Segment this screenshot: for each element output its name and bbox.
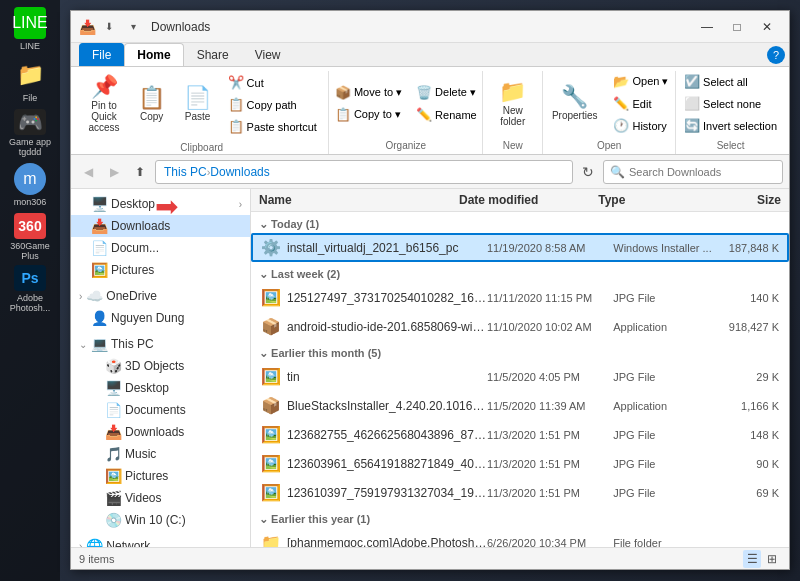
taskbar-icon-adobe[interactable]: Ps AdobePhotosh... [6,265,54,313]
refresh-button[interactable]: ↻ [577,161,599,183]
col-header-size[interactable]: Size [711,193,781,207]
content-area: 🖥️ Desktop › 📥 Downloads 📄 Docum... 🖼️ P… [71,189,789,547]
taskbar-icon-360game[interactable]: 360 360GamePlus [6,213,54,261]
move-to-button[interactable]: 📦 Move to ▾ [330,82,407,103]
virtualdj-type: Windows Installer ... [613,242,716,254]
tab-share[interactable]: Share [184,43,242,66]
select-none-button[interactable]: ⬜ Select none [679,93,782,114]
copy-button[interactable]: 📋 Copy [131,82,173,127]
sidebar-item-network[interactable]: › 🌐 Network [71,535,250,547]
taskbar-icon-mon306[interactable]: m mon306 [6,161,54,209]
paste-button[interactable]: 📄 Paste [177,82,219,127]
file-item-img1[interactable]: 🖼️ 125127497_373170254010282_1649154498.… [251,283,789,312]
group-earlier-month-expand[interactable]: ⌄ [259,347,271,359]
taskbar-icon-game[interactable]: 🎮 Game apptgddd [6,109,54,157]
select-all-icon: ☑️ [684,74,700,89]
breadcrumb-downloads[interactable]: Downloads [210,165,269,179]
col-header-type[interactable]: Type [598,193,711,207]
photoshop-type: File folder [613,537,716,548]
group-earlier-year-expand[interactable]: ⌄ [259,513,271,525]
sidebar-item-win10c[interactable]: 💿 Win 10 (C:) [71,509,250,531]
sidebar-item-downloads2[interactable]: 📥 Downloads [71,421,250,443]
delete-button[interactable]: 🗑️ Delete ▾ [411,82,482,103]
sidebar-item-pictures2[interactable]: 🖼️ Pictures [71,465,250,487]
close-button[interactable]: ✕ [753,17,781,37]
search-box[interactable]: 🔍 [603,160,783,184]
address-path[interactable]: This PC › Downloads [155,160,573,184]
photoshop-icon: 📁 [261,533,281,547]
red-arrow: ➡ [155,190,178,223]
history-button[interactable]: 🕐 History [608,115,673,136]
quick-access-btn[interactable]: ⬇ [99,17,119,37]
sidebar-item-onedrive[interactable]: › ☁️ OneDrive [71,285,250,307]
large-icons-view-button[interactable]: ⊞ [763,550,781,568]
bluestacks-type: Application [613,400,716,412]
copy-to-button[interactable]: 📋 Copy to ▾ [330,104,407,125]
tab-file[interactable]: File [79,43,124,66]
up-button[interactable]: ⬆ [129,161,151,183]
file-item-tin[interactable]: 🖼️ tin 11/5/2020 4:05 PM JPG File 29 K [251,362,789,391]
group-last-week-expand[interactable]: ⌄ [259,268,271,280]
sidebar-item-videos[interactable]: 🎬 Videos [71,487,250,509]
taskbar-icon-file[interactable]: 📁 File [6,57,54,105]
sidebar-item-documents2[interactable]: 📄 Documents [71,399,250,421]
back-button[interactable]: ◀ [77,161,99,183]
taskbar-icon-line[interactable]: LINE LINE [6,5,54,53]
file-item-photoshop[interactable]: 📁 [phanmemgoc.com]Adobe.Photoshop.2... 6… [251,528,789,547]
forward-button[interactable]: ▶ [103,161,125,183]
details-view-button[interactable]: ☰ [743,550,761,568]
window-title: Downloads [151,20,210,34]
nguyendung-icon: 👤 [91,310,107,326]
img1-size: 140 K [716,292,779,304]
cut-button[interactable]: ✂️ Cut [223,72,322,93]
breadcrumb-this-pc[interactable]: This PC [164,165,207,179]
file-item-virtualdj[interactable]: ⚙️ install_virtualdj_2021_b6156_pc 11/19… [251,233,789,262]
file-item-img2[interactable]: 🖼️ 123682755_462662568043896_8773039184.… [251,420,789,449]
search-icon: 🔍 [610,165,625,179]
android-studio-icon: 📦 [261,317,281,336]
properties-button[interactable]: 🔧 Properties [545,81,605,126]
tin-date: 11/5/2020 4:05 PM [487,371,613,383]
sidebar-item-nguyendung[interactable]: 👤 Nguyen Dung [71,307,250,329]
sidebar-item-3d[interactable]: 🎲 3D Objects [71,355,250,377]
help-button[interactable]: ? [767,46,785,64]
col-header-date[interactable]: Date modified [459,193,598,207]
file-item-android-studio[interactable]: 📦 android-studio-ide-201.6858069-windows… [251,312,789,341]
edit-button[interactable]: ✏️ Edit [608,93,673,114]
sidebar-item-pictures[interactable]: 🖼️ Pictures [71,259,250,281]
documents2-icon: 📄 [105,402,121,418]
file-item-img3[interactable]: 🖼️ 123603961_656419188271849_4098198623.… [251,449,789,478]
history-icon: 🕐 [613,118,629,133]
sidebar-item-music[interactable]: 🎵 Music [71,443,250,465]
documents-icon: 📄 [91,240,107,256]
rename-button[interactable]: ✏️ Rename [411,104,482,125]
title-controls: — □ ✕ [693,17,781,37]
col-header-name[interactable]: Name [259,193,459,207]
sidebar-item-this-pc[interactable]: ⌄ 💻 This PC [71,333,250,355]
open-button[interactable]: 📂 Open ▾ [608,71,673,92]
view-buttons: ☰ ⊞ [743,550,781,568]
copy-path-button[interactable]: 📋 Copy path [223,94,322,115]
ribbon-tabs: File Home Share View ? [71,43,789,67]
file-item-bluestacks[interactable]: 📦 BlueStacksInstaller_4.240.20.1016_nati… [251,391,789,420]
sidebar-item-label-documents: Docum... [111,241,242,255]
file-list-header: Name Date modified Type Size [251,189,789,212]
file-item-img4[interactable]: 🖼️ 123610397_759197931327034_1957915148.… [251,478,789,507]
search-input[interactable] [629,166,776,178]
customize-quick-access[interactable]: ▾ [123,17,143,37]
maximize-button[interactable]: □ [723,17,751,37]
new-folder-button[interactable]: 📁 Newfolder [492,76,534,132]
3d-icon: 🎲 [105,358,121,374]
invert-selection-button[interactable]: 🔄 Invert selection [679,115,782,136]
tab-view[interactable]: View [242,43,294,66]
photoshop-date: 6/26/2020 10:34 PM [487,537,613,548]
tab-home[interactable]: Home [124,43,183,66]
paste-shortcut-button[interactable]: 📋 Paste shortcut [223,116,322,137]
pin-quick-access-button[interactable]: 📌 Pin to Quickaccess [81,71,126,138]
select-all-button[interactable]: ☑️ Select all [679,71,782,92]
sidebar-item-desktop2[interactable]: 🖥️ Desktop [71,377,250,399]
minimize-button[interactable]: — [693,17,721,37]
group-today-expand[interactable]: ⌄ [259,218,271,230]
bluestacks-size: 1,166 K [716,400,779,412]
sidebar-item-documents[interactable]: 📄 Docum... [71,237,250,259]
